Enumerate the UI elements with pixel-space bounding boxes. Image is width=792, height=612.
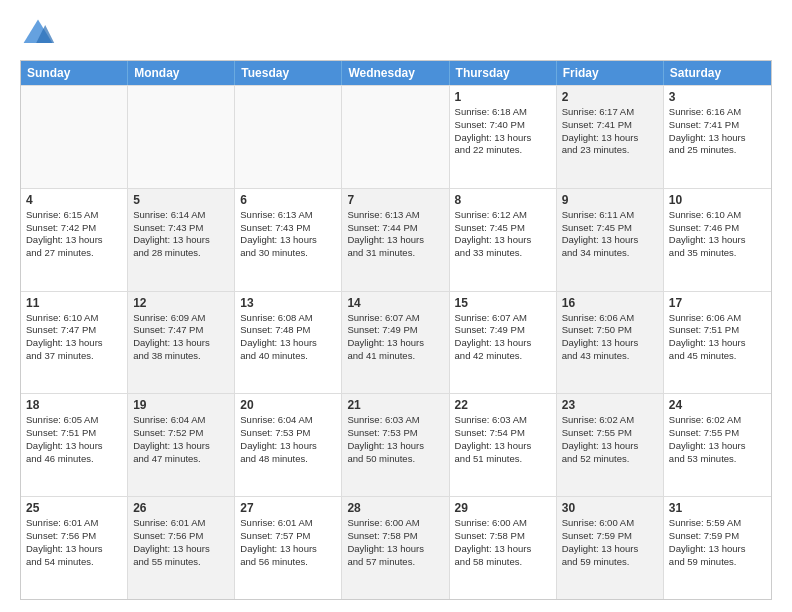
cell-line: and 53 minutes. bbox=[669, 453, 766, 466]
day-number: 23 bbox=[562, 398, 658, 412]
cell-line: and 54 minutes. bbox=[26, 556, 122, 569]
day-number: 22 bbox=[455, 398, 551, 412]
cell-line: and 51 minutes. bbox=[455, 453, 551, 466]
cell-line: Sunrise: 6:13 AM bbox=[347, 209, 443, 222]
cal-cell: 18Sunrise: 6:05 AMSunset: 7:51 PMDayligh… bbox=[21, 394, 128, 496]
cell-line: Sunrise: 6:08 AM bbox=[240, 312, 336, 325]
cell-line: Sunset: 7:51 PM bbox=[669, 324, 766, 337]
cell-line: Sunset: 7:51 PM bbox=[26, 427, 122, 440]
cell-line: Daylight: 13 hours bbox=[562, 337, 658, 350]
cell-line: and 28 minutes. bbox=[133, 247, 229, 260]
day-number: 30 bbox=[562, 501, 658, 515]
cell-line: Sunrise: 6:01 AM bbox=[133, 517, 229, 530]
cell-line: Sunrise: 6:17 AM bbox=[562, 106, 658, 119]
cell-line: Daylight: 13 hours bbox=[133, 440, 229, 453]
cell-line: Sunset: 7:47 PM bbox=[133, 324, 229, 337]
cal-cell: 24Sunrise: 6:02 AMSunset: 7:55 PMDayligh… bbox=[664, 394, 771, 496]
day-number: 5 bbox=[133, 193, 229, 207]
cell-line: Daylight: 13 hours bbox=[347, 234, 443, 247]
cell-line: Sunrise: 6:00 AM bbox=[455, 517, 551, 530]
cell-line: Sunrise: 6:03 AM bbox=[347, 414, 443, 427]
cell-line: Sunrise: 6:09 AM bbox=[133, 312, 229, 325]
cell-line: Sunset: 7:55 PM bbox=[669, 427, 766, 440]
day-number: 18 bbox=[26, 398, 122, 412]
day-number: 17 bbox=[669, 296, 766, 310]
day-number: 19 bbox=[133, 398, 229, 412]
cal-row-3: 18Sunrise: 6:05 AMSunset: 7:51 PMDayligh… bbox=[21, 393, 771, 496]
cell-line: and 43 minutes. bbox=[562, 350, 658, 363]
cell-line: Sunset: 7:56 PM bbox=[26, 530, 122, 543]
cell-line: and 56 minutes. bbox=[240, 556, 336, 569]
cell-line: and 57 minutes. bbox=[347, 556, 443, 569]
cell-line: Daylight: 13 hours bbox=[26, 337, 122, 350]
cal-cell: 31Sunrise: 5:59 AMSunset: 7:59 PMDayligh… bbox=[664, 497, 771, 599]
cell-line: and 35 minutes. bbox=[669, 247, 766, 260]
cal-row-1: 4Sunrise: 6:15 AMSunset: 7:42 PMDaylight… bbox=[21, 188, 771, 291]
cell-line: Sunset: 7:49 PM bbox=[455, 324, 551, 337]
cal-cell: 3Sunrise: 6:16 AMSunset: 7:41 PMDaylight… bbox=[664, 86, 771, 188]
day-number: 10 bbox=[669, 193, 766, 207]
cell-line: Sunset: 7:41 PM bbox=[669, 119, 766, 132]
cell-line: Daylight: 13 hours bbox=[455, 440, 551, 453]
day-number: 15 bbox=[455, 296, 551, 310]
cell-line: Daylight: 13 hours bbox=[455, 337, 551, 350]
cal-cell: 26Sunrise: 6:01 AMSunset: 7:56 PMDayligh… bbox=[128, 497, 235, 599]
header-cell-saturday: Saturday bbox=[664, 61, 771, 85]
day-number: 8 bbox=[455, 193, 551, 207]
cell-line: and 22 minutes. bbox=[455, 144, 551, 157]
cell-line: Sunset: 7:49 PM bbox=[347, 324, 443, 337]
header-cell-tuesday: Tuesday bbox=[235, 61, 342, 85]
cell-line: and 34 minutes. bbox=[562, 247, 658, 260]
cell-line: Sunset: 7:40 PM bbox=[455, 119, 551, 132]
cal-cell: 16Sunrise: 6:06 AMSunset: 7:50 PMDayligh… bbox=[557, 292, 664, 394]
cell-line: Daylight: 13 hours bbox=[562, 234, 658, 247]
cell-line: Sunrise: 6:14 AM bbox=[133, 209, 229, 222]
cell-line: Daylight: 13 hours bbox=[133, 234, 229, 247]
cell-line: Sunrise: 6:03 AM bbox=[455, 414, 551, 427]
cell-line: Sunrise: 6:10 AM bbox=[26, 312, 122, 325]
cell-line: Sunset: 7:58 PM bbox=[347, 530, 443, 543]
cell-line: Sunset: 7:56 PM bbox=[133, 530, 229, 543]
cell-line: Daylight: 13 hours bbox=[347, 440, 443, 453]
cell-line: Sunset: 7:45 PM bbox=[455, 222, 551, 235]
cell-line: Sunset: 7:59 PM bbox=[562, 530, 658, 543]
cell-line: and 33 minutes. bbox=[455, 247, 551, 260]
cell-line: Sunrise: 6:01 AM bbox=[240, 517, 336, 530]
day-number: 27 bbox=[240, 501, 336, 515]
cell-line: Sunset: 7:48 PM bbox=[240, 324, 336, 337]
cell-line: Daylight: 13 hours bbox=[240, 440, 336, 453]
cal-cell bbox=[235, 86, 342, 188]
cell-line: Sunrise: 5:59 AM bbox=[669, 517, 766, 530]
cell-line: Daylight: 13 hours bbox=[669, 440, 766, 453]
cell-line: Daylight: 13 hours bbox=[562, 132, 658, 145]
cell-line: Sunrise: 6:12 AM bbox=[455, 209, 551, 222]
cell-line: Sunset: 7:52 PM bbox=[133, 427, 229, 440]
cell-line: and 31 minutes. bbox=[347, 247, 443, 260]
cell-line: Daylight: 13 hours bbox=[455, 234, 551, 247]
cell-line: and 23 minutes. bbox=[562, 144, 658, 157]
cell-line: Sunset: 7:54 PM bbox=[455, 427, 551, 440]
cal-cell: 7Sunrise: 6:13 AMSunset: 7:44 PMDaylight… bbox=[342, 189, 449, 291]
cell-line: Daylight: 13 hours bbox=[133, 337, 229, 350]
cell-line: Sunset: 7:44 PM bbox=[347, 222, 443, 235]
day-number: 26 bbox=[133, 501, 229, 515]
cell-line: Sunset: 7:43 PM bbox=[133, 222, 229, 235]
cal-cell: 15Sunrise: 6:07 AMSunset: 7:49 PMDayligh… bbox=[450, 292, 557, 394]
cell-line: Sunset: 7:47 PM bbox=[26, 324, 122, 337]
cell-line: Sunset: 7:53 PM bbox=[347, 427, 443, 440]
cal-cell: 8Sunrise: 6:12 AMSunset: 7:45 PMDaylight… bbox=[450, 189, 557, 291]
day-number: 25 bbox=[26, 501, 122, 515]
cal-cell: 30Sunrise: 6:00 AMSunset: 7:59 PMDayligh… bbox=[557, 497, 664, 599]
cell-line: Sunrise: 6:04 AM bbox=[240, 414, 336, 427]
cell-line: Sunrise: 6:04 AM bbox=[133, 414, 229, 427]
day-number: 11 bbox=[26, 296, 122, 310]
cal-cell: 2Sunrise: 6:17 AMSunset: 7:41 PMDaylight… bbox=[557, 86, 664, 188]
cell-line: and 59 minutes. bbox=[562, 556, 658, 569]
cal-cell bbox=[128, 86, 235, 188]
cal-row-2: 11Sunrise: 6:10 AMSunset: 7:47 PMDayligh… bbox=[21, 291, 771, 394]
cell-line: Sunrise: 6:11 AM bbox=[562, 209, 658, 222]
cell-line: Sunrise: 6:01 AM bbox=[26, 517, 122, 530]
cell-line: Daylight: 13 hours bbox=[26, 234, 122, 247]
cell-line: Sunset: 7:43 PM bbox=[240, 222, 336, 235]
day-number: 9 bbox=[562, 193, 658, 207]
